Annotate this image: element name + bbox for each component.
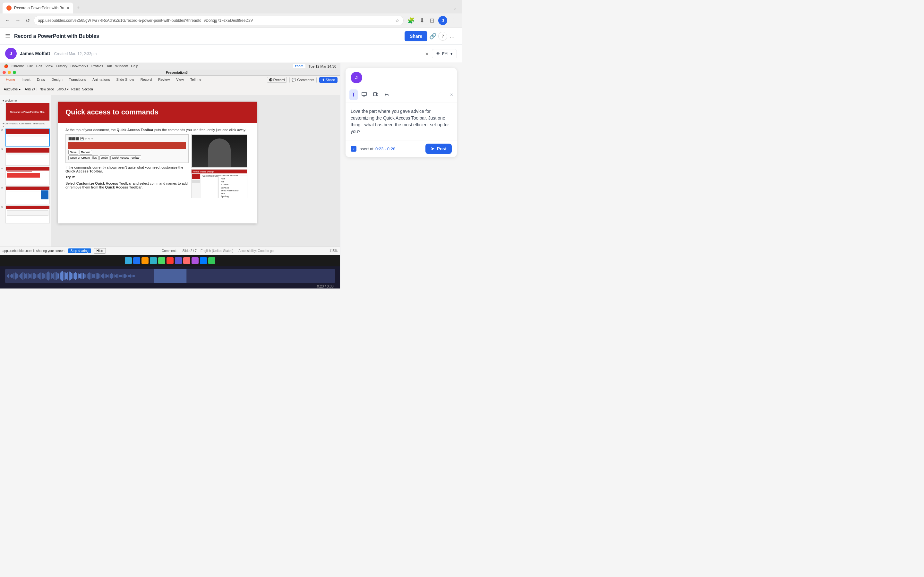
ppt-slide-group: New Slide Layout ▾ Reset Section — [38, 87, 94, 91]
ppt-tab-transitions[interactable]: Transitions — [66, 76, 89, 83]
back-button[interactable]: ← — [4, 16, 11, 25]
taskbar-icon-5 — [175, 257, 182, 264]
taskbar-icon-6 — [183, 257, 190, 264]
author-bar: J James Moffatt Created Mar. 12, 2:33pm … — [0, 45, 462, 63]
ppt-comments-button[interactable]: 💬 Comments — [289, 77, 317, 83]
try-it-label: Try it: — [65, 175, 189, 179]
app-header: ☰ Record a PowerPoint with Bubbles Share… — [0, 28, 462, 45]
refresh-button[interactable]: ↺ — [24, 16, 31, 25]
forward-button[interactable]: → — [14, 16, 22, 25]
tab-bar: Record a PowerPoint with Bu × + ⌄ — [0, 0, 462, 13]
ppt-main: ▾ Welcome 1 Welcome to PowerPoint for Ma… — [0, 95, 340, 247]
ppt-tab-insert[interactable]: Insert — [18, 76, 34, 83]
window-button[interactable]: ⊡ — [428, 16, 436, 25]
ppt-share-button[interactable]: ⬆ Share — [319, 77, 338, 83]
hide-button[interactable]: Hide — [94, 248, 106, 253]
tab-favicon — [6, 5, 11, 11]
lang-label: English (United States) — [200, 249, 233, 253]
repeat-demo-btn: Repeat — [79, 150, 92, 155]
sharing-bar: app.usebubbles.com is sharing your scree… — [0, 247, 340, 255]
comment-footer: ✓ Insert at 0:23 - 0:28 Post — [346, 140, 457, 157]
comment-tool-video[interactable] — [371, 89, 381, 101]
fyi-button[interactable]: 👁 FYI ▾ — [432, 49, 457, 58]
save-demo-btn: Save — [68, 150, 78, 155]
download-button[interactable]: ⬇ — [418, 16, 426, 25]
extensions-button[interactable]: 🧩 — [406, 16, 416, 25]
mac-profiles-menu: Profiles — [91, 64, 103, 68]
slide-thumb-2[interactable]: 2 — [1, 129, 50, 147]
slide-paragraph-1: At the top of your document, the Quick A… — [65, 128, 249, 132]
mac-menubar: 🍎 Chrome File Edit View History Bookmark… — [0, 63, 340, 69]
ppt-ribbon: Home Insert Draw Design Transitions Anim… — [0, 76, 340, 95]
comment-tool-screen[interactable] — [359, 89, 369, 101]
ppt-tab-draw[interactable]: Draw — [34, 76, 48, 83]
browser-menu-button[interactable]: ⋮ — [450, 16, 458, 25]
hamburger-menu-icon[interactable]: ☰ — [5, 33, 10, 40]
comment-toolbar: T × — [346, 87, 457, 103]
playhead-region[interactable] — [153, 269, 187, 283]
ppt-tab-slideshow[interactable]: Slide Show — [113, 76, 137, 83]
content-area: J James Moffatt Created Mar. 12, 2:33pm … — [0, 45, 462, 288]
comment-body[interactable]: Love the part where you gave advice for … — [346, 103, 457, 140]
taskbar-icon-4 — [166, 257, 174, 264]
link-icon-button[interactable]: 🔗 — [427, 31, 438, 42]
expand-icon[interactable]: » — [425, 50, 429, 57]
qa-demo-btn: Quick Access Toolbar — [110, 155, 141, 160]
slide-thumb-1[interactable]: 1 Welcome to PowerPoint for Mac. — [1, 103, 50, 121]
share-button[interactable]: Share — [405, 31, 427, 41]
comment-close-button[interactable]: × — [450, 92, 453, 98]
timestamp-checkbox[interactable]: ✓ — [351, 146, 357, 152]
ppt-new-slide: New Slide — [39, 87, 54, 91]
ppt-autosave-label: AutoSave ● — [4, 87, 21, 91]
new-tab-button[interactable]: + — [74, 4, 82, 12]
webcam-feed — [191, 134, 247, 168]
post-icon — [431, 147, 435, 151]
ppt-record-button[interactable]: Record — [267, 77, 287, 83]
main-content: 🍎 Chrome File Edit View History Bookmark… — [0, 63, 462, 288]
author-avatar: J — [5, 48, 17, 59]
slide-thumb-5[interactable]: 5 — [1, 186, 50, 204]
commands-section-label: ▾ Commands, Comments, Teamwork, S... — [3, 122, 50, 128]
comment-tool-reply[interactable] — [382, 89, 393, 101]
taskbar-icon-8 — [200, 257, 207, 264]
ppt-tab-home[interactable]: Home — [3, 76, 18, 83]
profile-avatar[interactable]: J — [438, 16, 447, 25]
open-demo-btn: Open or Create Files — [68, 155, 99, 160]
ppt-tab-view[interactable]: View — [173, 76, 187, 83]
screenshot-container: 🍎 Chrome File Edit View History Bookmark… — [0, 63, 340, 266]
taskbar-icon-9 — [208, 257, 215, 264]
tab-title: Record a PowerPoint with Bu — [14, 6, 64, 10]
mac-apple-icon: 🍎 — [4, 64, 8, 68]
taskbar-icon-3 — [158, 257, 165, 264]
quick-access-demo: ⬛⬛⬛ 💾 ↩ ↪ + Save Repeat — [65, 134, 189, 163]
ppt-tab-review[interactable]: Review — [155, 76, 173, 83]
waveform-track[interactable]: // Generate waveform bars inline const h… — [5, 269, 335, 283]
welcome-section-label: ▾ Welcome — [3, 99, 50, 102]
post-button[interactable]: Post — [425, 143, 452, 154]
ppt-section-label: Section — [82, 87, 93, 91]
ppt-taskbar — [0, 255, 340, 266]
ppt-slides-panel: ▾ Welcome 1 Welcome to PowerPoint for Ma… — [0, 95, 51, 247]
comment-tool-text[interactable]: T — [349, 89, 358, 100]
ppt-tab-record[interactable]: Record — [137, 76, 155, 83]
active-tab[interactable]: Record a PowerPoint with Bu × — [3, 3, 73, 13]
insert-timestamp: ✓ Insert at 0:23 - 0:28 — [351, 146, 423, 152]
collapse-button[interactable]: ⌄ — [453, 5, 459, 11]
slide-thumb-4[interactable]: 4 — [1, 167, 50, 185]
help-icon-button[interactable]: ? — [438, 32, 447, 41]
insert-label: Insert at — [359, 147, 373, 151]
record-dot-icon — [269, 78, 272, 81]
ppt-tab-design[interactable]: Design — [48, 76, 66, 83]
slide-thumb-3[interactable]: 3 — [1, 148, 50, 166]
fyi-dropdown-icon: ▾ — [451, 51, 453, 56]
url-bar[interactable]: app.usebubbles.com/eZ565gWTwr7RRcAdhkZu1… — [34, 16, 404, 25]
ppt-tab-animations[interactable]: Animations — [89, 76, 113, 83]
slide-thumb-6[interactable]: 6 — [1, 205, 50, 223]
stop-sharing-button[interactable]: Stop sharing — [68, 248, 91, 253]
tab-close-icon[interactable]: × — [67, 5, 69, 11]
bookmark-icon[interactable]: ☆ — [395, 18, 399, 23]
slide-count: Slide 2 / 7 — [182, 249, 196, 253]
ppt-reset-label: Reset — [71, 87, 79, 91]
more-options-button[interactable]: … — [447, 31, 457, 41]
ppt-tab-tellme[interactable]: Tell me — [187, 76, 205, 83]
